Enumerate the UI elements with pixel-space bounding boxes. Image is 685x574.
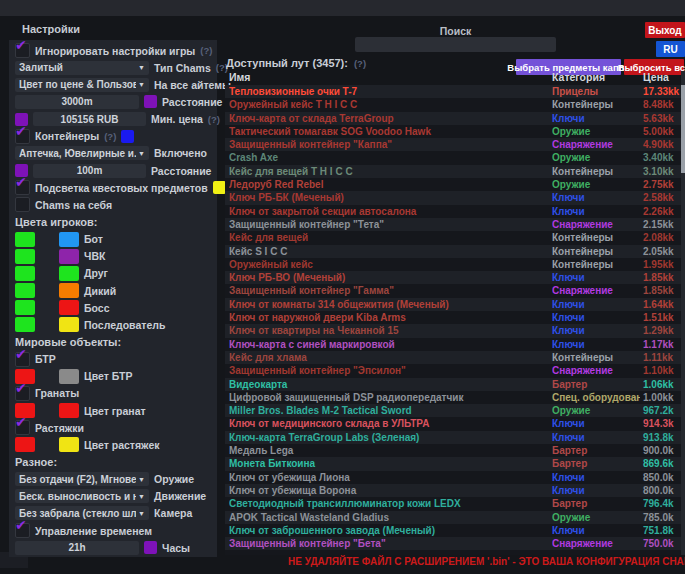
dropdown[interactable]: Без забрала (стекло шлема)▼ xyxy=(15,506,149,520)
color-swatch[interactable] xyxy=(59,369,79,384)
table-row[interactable]: Кейс для вещейКонтейнеры2.08kk xyxy=(225,231,681,244)
table-row[interactable]: Ключ РБ-БК (Меченый)Ключи2.58kk xyxy=(225,191,681,204)
color-swatch[interactable] xyxy=(15,232,35,247)
color-swatch[interactable] xyxy=(213,181,226,194)
table-row[interactable]: Ключ от медицинского склада в УЛЬТРАКлюч… xyxy=(225,417,681,430)
dropdown[interactable]: Аптечка, Ювелирные и...▼ xyxy=(15,146,149,160)
item-category: Ключи xyxy=(552,338,640,351)
table-row[interactable]: Тепловизионные очки T-7Прицелы17.33kk xyxy=(225,85,681,98)
table-row[interactable]: Защищенный контейнер "Тета"Снаряжение2.1… xyxy=(225,218,681,231)
table-row[interactable]: Ключ от комнаты 314 общежития (Меченый)К… xyxy=(225,298,681,311)
table-row[interactable]: Crash AxeОружие3.40kk xyxy=(225,151,681,164)
table-row[interactable]: Защищенный контейнер "Эпсилон"Снаряжение… xyxy=(225,364,681,377)
table-row[interactable]: Ключ-карта с синей маркировкойКлючи1.17k… xyxy=(225,338,681,351)
table-row[interactable]: Кейс S I C CКонтейнеры2.05kk xyxy=(225,245,681,258)
item-category: Контейнеры xyxy=(552,98,640,111)
table-row[interactable] xyxy=(225,550,681,555)
table-row[interactable]: Оружейный кейс T H I C CКонтейнеры8.48kk xyxy=(225,98,681,111)
dropdown[interactable]: Залитый▼ xyxy=(15,61,149,75)
checkbox[interactable]: ✔ xyxy=(15,420,30,435)
color-swatch[interactable] xyxy=(59,317,79,332)
table-row[interactable]: Ключ от наружной двери Kiba ArmsКлючи1.5… xyxy=(225,311,681,324)
item-price: 2.15kk xyxy=(643,218,674,231)
color-swatch[interactable] xyxy=(121,130,134,143)
table-row[interactable]: Светодиодный трансиллюминатор кожи LEDXБ… xyxy=(225,497,681,510)
checkmark-icon: ✔ xyxy=(15,414,27,430)
table-row[interactable]: Медаль LegaБартер900.0k xyxy=(225,444,681,457)
settings-row: ✔БТР xyxy=(15,351,217,368)
checkbox[interactable]: ✔ xyxy=(15,129,30,144)
table-row[interactable]: Кейс для хламаКонтейнеры1.11kk xyxy=(225,351,681,364)
color-pair-label: Дикий xyxy=(84,285,116,297)
settings-row: ✔Гранаты xyxy=(15,385,217,402)
table-row[interactable]: Защищенный контейнер "Гамма"Снаряжение1.… xyxy=(225,284,681,297)
table-row[interactable]: Ключ от квартиры на Чеканной 15Ключи1.29… xyxy=(225,324,681,337)
table-row[interactable]: Тактический томагавк SOG Voodoo HawkОруж… xyxy=(225,125,681,138)
item-price: 1.95kk xyxy=(643,258,674,271)
table-row[interactable]: ВидеокартаБартер1.06kk xyxy=(225,378,681,391)
color-swatch[interactable] xyxy=(144,95,157,108)
color-swatch[interactable] xyxy=(15,283,35,298)
item-name: Miller Bros. Blades M-2 Tactical Sword xyxy=(229,404,547,417)
checkbox[interactable]: ✔ xyxy=(15,43,30,58)
item-category: Ключи xyxy=(552,524,640,537)
table-row[interactable]: Цифровой защищенный DSP радиопередатчикС… xyxy=(225,391,681,404)
checkbox[interactable]: ✔ xyxy=(15,386,30,401)
color-swatch[interactable] xyxy=(144,541,157,554)
table-row[interactable]: Ледоруб Red RebelОружие2.75kk xyxy=(225,178,681,191)
table-row[interactable]: Ключ от заброшенного завода (Меченый)Клю… xyxy=(225,524,681,537)
item-category: Ключи xyxy=(552,112,640,125)
table-row[interactable]: Защищенный контейнер "Бета"Снаряжение750… xyxy=(225,537,681,550)
scrollbar-thumb[interactable] xyxy=(681,85,685,173)
search-input[interactable] xyxy=(355,37,556,52)
table-row[interactable]: Ключ-карта от склада TerraGroupКлючи5.63… xyxy=(225,112,681,125)
value-input[interactable]: 3000m xyxy=(15,95,139,109)
item-category: Снаряжение xyxy=(552,284,640,297)
table-row[interactable]: Ключ от закрытой секции автосалонаКлючи2… xyxy=(225,205,681,218)
value-input[interactable]: 100m xyxy=(33,164,146,178)
exit-button[interactable]: Выход xyxy=(645,22,685,38)
item-category: Бартер xyxy=(552,444,640,457)
dropdown[interactable]: Без отдачи (F2), Мгновенное п▼ xyxy=(15,472,149,486)
table-row[interactable]: APOK Tactical Wasteland GladiusОружие785… xyxy=(225,511,681,524)
color-swatch[interactable] xyxy=(59,283,79,298)
color-swatch[interactable] xyxy=(15,300,35,315)
checkbox[interactable]: ✔ xyxy=(15,523,30,538)
color-swatch[interactable] xyxy=(15,437,35,452)
checkbox[interactable]: ✔ xyxy=(15,180,30,195)
color-swatch[interactable] xyxy=(59,232,79,247)
color-swatch[interactable] xyxy=(59,266,79,281)
dropdown[interactable]: Беск. выносливость и нет уста▼ xyxy=(15,489,149,503)
color-swatch[interactable] xyxy=(15,317,35,332)
value-input[interactable]: 105156 RUB xyxy=(33,112,146,126)
dropdown[interactable]: Цвет по цене & Пользователь▼ xyxy=(15,78,149,92)
table-row[interactable]: Защищенный контейнер "Каппа"Снаряжение4.… xyxy=(225,138,681,151)
item-category: Контейнеры xyxy=(552,231,640,244)
table-row[interactable]: Ключ РБ-ВО (Меченый)Ключи1.85kk xyxy=(225,271,681,284)
table-row[interactable]: Монета БиткоинаБартер869.6k xyxy=(225,457,681,470)
table-row[interactable]: Ключ от убежища ВоронаКлючи800.0k xyxy=(225,484,681,497)
table-row[interactable]: Miller Bros. Blades M-2 Tactical SwordОр… xyxy=(225,404,681,417)
dropdown-value: Беск. выносливость и нет уста xyxy=(19,491,136,502)
color-swatch[interactable] xyxy=(15,249,35,264)
value-input[interactable]: 21h xyxy=(15,541,139,555)
color-swatch[interactable] xyxy=(59,403,79,418)
color-pair-label: Цвет растяжек xyxy=(84,439,160,451)
color-swatch[interactable] xyxy=(59,300,79,315)
language-button[interactable]: RU xyxy=(656,41,685,57)
table-row[interactable]: Оружейный кейсКонтейнеры1.95kk xyxy=(225,258,681,271)
checkbox[interactable]: ✔ xyxy=(15,352,30,367)
color-swatch[interactable] xyxy=(59,437,79,452)
color-swatch[interactable] xyxy=(15,266,35,281)
color-swatch[interactable] xyxy=(59,249,79,264)
loot-title-text: Доступный лут (3457): xyxy=(226,57,348,69)
checkbox[interactable] xyxy=(15,197,30,212)
table-row[interactable]: Ключ-карта TerraGroup Labs (Зеленая)Ключ… xyxy=(225,431,681,444)
item-name: Ключ-карта с синей маркировкой xyxy=(229,338,547,351)
help-icon: (?) xyxy=(208,114,220,125)
table-row[interactable]: Ключ от убежища ЛионаКлючи850.0k xyxy=(225,471,681,484)
item-price: 5.63kk xyxy=(643,112,674,125)
loot-table-scrollbar[interactable] xyxy=(681,71,685,555)
table-row[interactable]: Кейс для вещей T H I C CКонтейнеры3.10kk xyxy=(225,165,681,178)
chevron-down-icon: ▼ xyxy=(138,150,145,157)
